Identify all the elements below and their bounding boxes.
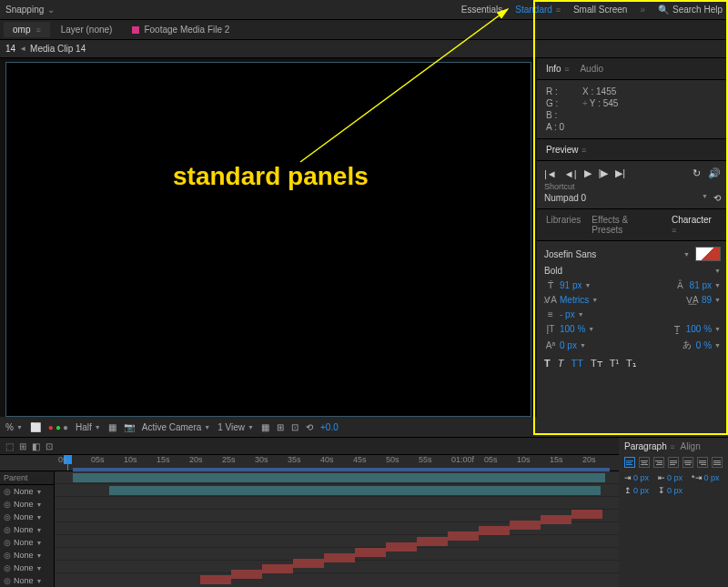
shortcut-value[interactable]: Numpad 0	[544, 193, 586, 203]
clip-bar-1[interactable]	[109, 486, 601, 495]
resolution-dropdown[interactable]: Half▼	[76, 422, 101, 432]
tab-audio[interactable]: Audio	[576, 62, 607, 76]
tab-footage[interactable]: Footage Media File 2	[123, 22, 238, 37]
kerning-value[interactable]: Metrics	[560, 295, 589, 305]
baseline-value[interactable]: 0 px	[560, 340, 577, 350]
justify-last-center-button[interactable]	[682, 457, 693, 468]
camera-icon[interactable]: 📷	[124, 422, 135, 432]
tracking-value[interactable]: 89	[702, 295, 712, 305]
step-clip[interactable]	[417, 537, 448, 546]
workspace-standard[interactable]: Standard ≡	[515, 5, 561, 15]
composition-viewer[interactable]: %▼ ⬜ ●●● Half▼ ▦ 📷 Active Camera▼ 1 View…	[0, 58, 537, 437]
step-clip[interactable]	[293, 559, 324, 568]
chevron-left-icon[interactable]: ◄	[19, 45, 26, 53]
justify-all-button[interactable]	[712, 457, 723, 468]
viewer-icon-3[interactable]: ⊞	[277, 422, 284, 432]
step-clip[interactable]	[386, 542, 417, 552]
reset-icon[interactable]: ⟲	[713, 193, 721, 203]
viewer-icon-1[interactable]: ▦	[108, 422, 116, 432]
viewer-canvas[interactable]	[5, 62, 531, 417]
space-after[interactable]: ↧0 px	[658, 486, 682, 495]
step-clip[interactable]	[541, 515, 571, 524]
timeline-tracks[interactable]	[55, 471, 619, 587]
hscale-value[interactable]: 100 %	[686, 324, 712, 334]
tab-paragraph[interactable]: Paragraph ≡	[624, 441, 674, 451]
viewer-icon-5[interactable]: ⟲	[306, 422, 313, 432]
tl-icon-2[interactable]: ⊞	[19, 441, 26, 451]
clip-bar-0[interactable]	[73, 473, 605, 482]
channel-icon[interactable]: ⬜	[30, 422, 41, 432]
indent-first-line[interactable]: *⇥0 px	[692, 473, 720, 482]
smallcaps-button[interactable]: Tᴛ	[591, 358, 602, 369]
step-clip[interactable]	[510, 521, 541, 530]
mute-icon[interactable]: 🔊	[708, 167, 721, 179]
tab-comp[interactable]: omp ≡	[4, 22, 50, 37]
timeline-playhead[interactable]	[67, 455, 68, 471]
align-left-button[interactable]	[624, 457, 635, 468]
align-right-button[interactable]	[653, 457, 664, 468]
play-button[interactable]: ▶	[584, 167, 592, 179]
search-help-input[interactable]: Search Help	[672, 5, 723, 15]
layer-row-0[interactable]: ◎None▼	[0, 485, 54, 498]
tab-align[interactable]: Align	[680, 441, 700, 451]
fill-stroke-swatch[interactable]	[695, 247, 721, 261]
tab-info[interactable]: Info ≡	[542, 62, 572, 76]
snapping-toggle[interactable]: Snapping	[5, 5, 44, 15]
leading-value[interactable]: 81 px	[690, 280, 712, 290]
indent-right[interactable]: ⇤0 px	[658, 473, 682, 482]
font-size-value[interactable]: 91 px	[560, 280, 581, 290]
layer-row-5[interactable]: ◎None▼	[0, 549, 54, 562]
justify-last-right-button[interactable]	[697, 457, 708, 468]
camera-dropdown[interactable]: Active Camera▼	[142, 422, 211, 432]
superscript-button[interactable]: T¹	[610, 358, 619, 369]
tsume-value[interactable]: 0 %	[696, 340, 712, 350]
tab-layer[interactable]: Layer (none)	[52, 22, 122, 37]
step-clip[interactable]	[479, 526, 510, 535]
tl-icon-1[interactable]: ⬚	[5, 441, 14, 451]
viewer-icon-2[interactable]: ▦	[261, 422, 269, 432]
step-clip[interactable]	[448, 531, 479, 541]
workspace-small-screen[interactable]: Small Screen	[573, 5, 627, 15]
layer-row-1[interactable]: ◎None▼	[0, 498, 54, 511]
magnification-dropdown[interactable]: %▼	[5, 422, 23, 432]
font-weight-dropdown[interactable]: Bold	[544, 266, 709, 276]
allcaps-button[interactable]: TT	[571, 358, 582, 369]
viewer-icon-4[interactable]: ⊡	[291, 422, 298, 432]
indent-left[interactable]: ⇥0 px	[624, 473, 649, 482]
last-frame-button[interactable]: ▶|	[615, 167, 625, 179]
subscript-button[interactable]: T₁	[626, 358, 636, 369]
italic-button[interactable]: T	[558, 358, 564, 369]
view-dropdown[interactable]: 1 View▼	[217, 422, 254, 432]
justify-last-left-button[interactable]	[668, 457, 679, 468]
workspace-essentials[interactable]: Essentials	[461, 5, 503, 15]
stroke-width-value[interactable]: - px	[560, 309, 575, 319]
layer-row-2[interactable]: ◎None▼	[0, 511, 54, 523]
step-clip[interactable]	[355, 548, 386, 557]
channel-buttons[interactable]: ●●●	[48, 422, 68, 432]
exposure-control[interactable]: +0.0	[320, 422, 339, 432]
layer-row-7[interactable]: ◎None▼	[0, 574, 54, 587]
layer-row-3[interactable]: ◎None▼	[0, 523, 54, 536]
tl-icon-4[interactable]: ⊡	[46, 441, 53, 451]
snapping-chevron-icon[interactable]: ⌄	[47, 5, 56, 15]
tab-effects-presets[interactable]: Effects & Presets	[588, 213, 664, 237]
align-center-button[interactable]	[639, 457, 650, 468]
tab-character[interactable]: Character ≡	[668, 213, 723, 237]
tl-icon-3[interactable]: ◧	[32, 441, 40, 451]
next-frame-button[interactable]: |▶	[599, 167, 609, 179]
loop-icon[interactable]: ↻	[693, 167, 701, 179]
step-clip[interactable]	[200, 575, 231, 584]
step-clip[interactable]	[571, 510, 602, 519]
tab-preview[interactable]: Preview ≡	[542, 143, 590, 157]
space-before[interactable]: ↥0 px	[624, 486, 649, 495]
step-clip[interactable]	[231, 570, 262, 579]
step-clip[interactable]	[262, 564, 293, 573]
first-frame-button[interactable]: |◄	[544, 168, 557, 179]
step-clip[interactable]	[324, 553, 355, 562]
tab-libraries[interactable]: Libraries	[542, 213, 584, 237]
layer-row-6[interactable]: ◎None▼	[0, 562, 54, 574]
vscale-value[interactable]: 100 %	[560, 324, 585, 334]
prev-frame-button[interactable]: ◄|	[564, 168, 577, 179]
bold-button[interactable]: T	[544, 358, 551, 369]
shortcut-dropdown-icon[interactable]: ▼	[702, 193, 708, 203]
